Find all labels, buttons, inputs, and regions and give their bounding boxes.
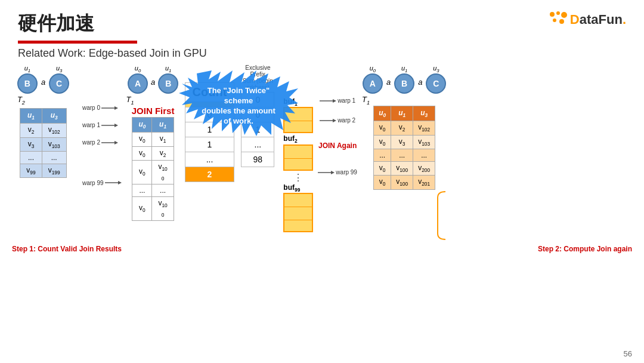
header: 硬件加速 DataFun.: [0, 0, 644, 37]
table-row: 1: [185, 137, 234, 152]
step2-label: Step 2: Compute Join again: [538, 245, 632, 253]
warp-2-right: warp 2: [320, 117, 355, 124]
t2-col-u1: u1: [20, 108, 42, 123]
svg-text:scheme: scheme: [224, 96, 253, 105]
warp-arrows-left: warp 0 warp 1 warp 2 warp 99: [82, 99, 122, 192]
svg-marker-14: [114, 141, 118, 144]
logo: DataFun.: [549, 11, 626, 29]
warp-1-left: warp 1: [82, 122, 122, 128]
table-row: v0v100: [132, 160, 174, 184]
t2-section: u1 B a u3 C T2 u1 u3: [9, 64, 78, 242]
res-node-label-u1: u1: [401, 64, 407, 73]
table-row: 98: [242, 152, 274, 167]
svg-point-4: [559, 19, 564, 24]
svg-marker-18: [333, 99, 336, 103]
warp-99-right: warp 99: [318, 169, 357, 176]
res-edge-a2: a: [418, 78, 422, 87]
table-row: v2v102: [20, 124, 66, 137]
bracket-icon: [435, 189, 447, 242]
logo-text: DataFun.: [570, 12, 626, 27]
node-B: B: [17, 73, 38, 94]
step1-label: Step 1: Count Valid Join Results: [12, 245, 122, 253]
t1-result-section: u0 A a u1 B a u3 C T1 u0 u1: [362, 64, 447, 242]
table-row: v0v100v201: [374, 176, 435, 189]
table-row: 2: [185, 167, 234, 182]
t2-col-u3: u3: [42, 108, 66, 123]
node-label-u0: u0: [135, 64, 141, 73]
main-content: u1 B a u3 C T2 u1 u3: [0, 64, 644, 242]
t1-left-table: u0 u1 v0v1 v0v2 v0v100 ...... v0v100: [132, 117, 174, 221]
title-cn: 硬件加速: [18, 11, 94, 37]
node-label-u3-1: u3: [56, 64, 62, 73]
logo-icon: [549, 11, 570, 29]
buf99-group: buf99: [283, 183, 313, 232]
res-edge-a1: a: [386, 78, 391, 87]
buf99-label: buf99: [283, 183, 313, 193]
table-row: v0v1: [132, 133, 174, 146]
table-row: v0v2: [132, 146, 174, 160]
t1-left-section: u0 A a u1 B T1 JOIN First u0 u1 v0v1 v0v: [126, 64, 180, 242]
table-row: ...: [242, 137, 274, 152]
svg-marker-10: [114, 106, 118, 110]
warp-0: warp 0: [82, 104, 122, 111]
table-row: ......: [20, 151, 66, 164]
svg-text:of work.: of work.: [224, 116, 253, 125]
svg-marker-20: [333, 119, 336, 122]
table-row: .........: [374, 149, 435, 161]
table-row: v3v103: [20, 137, 66, 151]
res-node-A: A: [363, 73, 383, 94]
edge-a-t1: a: [151, 78, 155, 87]
buf99-block: [283, 193, 313, 232]
t1-left-label: T1: [126, 95, 134, 106]
callout-bubble: The "Join Twice" scheme doubles the amou…: [179, 70, 298, 139]
table-row: v99v199: [20, 164, 66, 177]
join-first-label: JOIN First: [132, 106, 175, 116]
subtitle: Related Work: Edge-based Join in GPU: [18, 47, 626, 60]
page-number: 56: [624, 349, 632, 358]
graph-t2-label: T2: [17, 95, 25, 106]
edge-a-t2: a: [41, 78, 45, 87]
svg-marker-22: [331, 171, 335, 174]
res-node-B: B: [394, 73, 414, 94]
svg-marker-16: [118, 181, 122, 184]
t1-result-table: u0 u1 u3 v0v2v102 v0v3v103 ......... v0v…: [373, 106, 435, 190]
t2-table: u1 u3 v2v102 v3v103 ...... v99v199: [20, 108, 66, 179]
res-node-label-u3: u3: [433, 64, 439, 73]
node-A: A: [128, 73, 148, 94]
svg-point-1: [556, 11, 560, 15]
warp-99-left: warp 99: [82, 180, 122, 186]
node-label-u1-2: u1: [165, 64, 171, 73]
svg-text:doubles the amount: doubles the amount: [202, 106, 275, 115]
node-B2: B: [158, 73, 178, 94]
buf2-block: [283, 144, 313, 171]
t1-result-label: T1: [362, 95, 370, 106]
res-node-label-u0: u0: [370, 64, 376, 73]
table-row: v0v2v102: [374, 121, 435, 135]
buf-dots: ⋮: [293, 172, 303, 183]
node-C: C: [49, 73, 69, 94]
buf2-group: buf2: [283, 134, 313, 170]
table-row: ......: [132, 184, 174, 196]
table-row: v0v100: [132, 196, 174, 220]
join-again-label: JOIN Again: [318, 141, 357, 150]
res-node-C: C: [426, 73, 446, 94]
svg-marker-12: [114, 124, 118, 127]
warp-2-left: warp 2: [82, 139, 122, 146]
node-label-u1: u1: [24, 64, 30, 73]
warp-1-right: warp 1: [320, 97, 355, 104]
table-row: v0v3v103: [374, 135, 435, 149]
table-row: ...: [185, 152, 234, 167]
svg-point-0: [550, 12, 555, 17]
svg-point-2: [561, 12, 567, 18]
table-row: v0v100v200: [374, 161, 435, 175]
red-underline: [18, 41, 137, 44]
svg-text:The "Join Twice": The "Join Twice": [208, 86, 270, 95]
warp-right-section: warp 1 warp 2 JOIN Again warp 99: [318, 97, 357, 242]
svg-point-3: [553, 19, 556, 22]
step-labels: Step 1: Count Valid Join Results Step 2:…: [0, 242, 644, 256]
